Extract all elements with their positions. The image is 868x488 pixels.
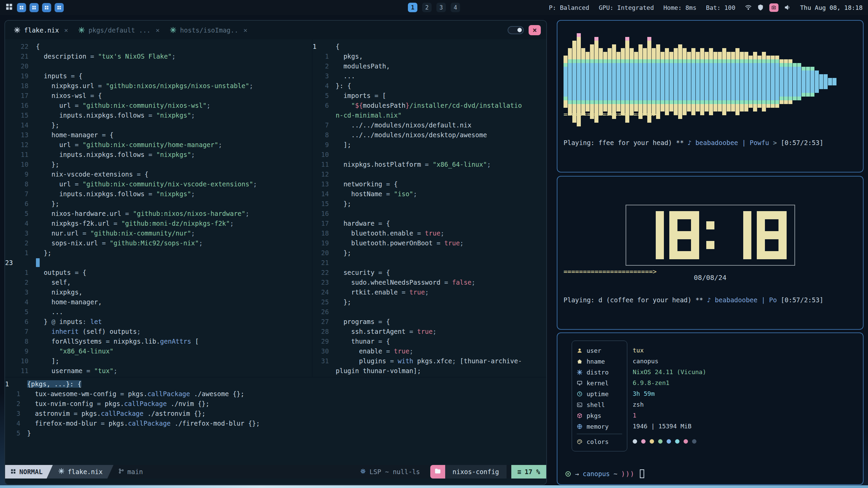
code-line[interactable]: 19 bluetooth.powerOnBoot = true; [313, 238, 547, 248]
launcher-icon-app-3[interactable] [42, 3, 51, 12]
shell-prompt[interactable]: → canopus ~ ))) [565, 469, 644, 478]
code-line[interactable]: 3 nur.url = "github:nix-community/nur"; [5, 228, 312, 238]
code-line[interactable]: 5 imports = [ [313, 90, 547, 100]
code-line[interactable]: 5} [5, 428, 546, 438]
code-line[interactable]: 1 outputs = { [5, 267, 312, 277]
tab-close-icon[interactable]: × [156, 26, 160, 34]
code-line[interactable]: 6 "${modulesPath}/installer/cd-dvd/insta… [313, 100, 547, 110]
code-line[interactable]: 6 }; [5, 199, 312, 208]
code-line[interactable]: n-cd-minimal.nix" [313, 110, 547, 120]
code-line[interactable]: 5 nixos-hardware.url = "github:nixos/nix… [5, 208, 312, 218]
code-line[interactable]: 1 }; [5, 248, 312, 258]
code-line[interactable]: 1 pkgs, [313, 51, 547, 61]
code-line[interactable]: 5 ... [5, 307, 312, 317]
code-line[interactable]: 15 inputs.nixpkgs.follows = "nixpkgs"; [5, 110, 312, 120]
code-line[interactable]: 3 astronvim = pkgs.callPackage ./astronv… [5, 408, 546, 418]
code-line[interactable]: 15 }; [313, 199, 547, 208]
code-line[interactable]: plugin thunar-volman]; [313, 366, 547, 375]
code-line[interactable]: 26 [313, 307, 547, 317]
code-line[interactable]: 10 [313, 149, 547, 159]
code-line[interactable]: 13 networking = { [313, 179, 547, 189]
code-line[interactable]: 20 }; [313, 248, 547, 258]
code-line[interactable]: 11 inputs.nixpkgs.follows = "nixpkgs"; [5, 149, 312, 159]
launcher-icon-app-2[interactable] [29, 3, 39, 12]
code-line[interactable]: 3 nixpkgs, [5, 287, 312, 297]
code-line[interactable]: 1{ [313, 41, 547, 51]
pane-iso-image[interactable]: 1{1 pkgs,2 modulesPath,3 ...4}: {5 impor… [313, 39, 547, 377]
code-line[interactable]: 2 sops-nix.url = "github:Mic92/sops-nix"… [5, 238, 312, 248]
workspace-tag-2[interactable]: 2 [422, 3, 432, 12]
code-line[interactable]: 22 security = { [313, 267, 547, 277]
code-line[interactable]: 29 thunar = { [313, 336, 547, 346]
code-line[interactable]: 4 home-manager, [5, 297, 312, 307]
code-line[interactable]: 1 tux-awesome-wm-config = pkgs.callPacka… [5, 389, 546, 399]
code-line[interactable]: 22{ [5, 41, 312, 51]
code-line[interactable]: 8 url = "github:nix-community/nix-vscode… [5, 179, 312, 189]
pane-flake-nix[interactable]: 22{21 description = "tux's NixOS Flake";… [5, 39, 312, 377]
workspace-tag-4[interactable]: 4 [451, 3, 460, 12]
code-line[interactable]: 30 enable = true; [313, 346, 547, 356]
code-line[interactable]: 28 ssh.startAgent = true; [313, 326, 547, 336]
screenshot-icon[interactable] [769, 3, 778, 12]
code-line[interactable]: 21 [313, 258, 547, 267]
code-line[interactable]: 25 }; [313, 297, 547, 307]
code-line[interactable]: 10 ]; [5, 356, 312, 366]
code-line[interactable]: 23 sudo.wheelNeedsPassword = false; [313, 277, 547, 287]
code-line[interactable]: 20 [5, 61, 312, 71]
apps-menu-icon[interactable] [5, 3, 13, 12]
tab-close-icon[interactable]: × [243, 26, 248, 34]
launcher-icon-app-1[interactable] [17, 3, 26, 12]
code-line[interactable]: 7 inherit (self) outputs; [5, 326, 312, 336]
code-line[interactable]: 2 tux-nvim-config = pkgs.callPackage ./n… [5, 399, 546, 408]
code-line[interactable]: 27 programs = { [313, 317, 547, 326]
code-line[interactable]: 12 [313, 169, 547, 179]
code-line[interactable]: 1{pkgs, ...}: { [5, 379, 546, 389]
code-line[interactable]: 2 self, [5, 277, 312, 287]
code-line[interactable]: 18 nixpkgs.url = "github:nixos/nixpkgs/n… [5, 81, 312, 90]
code-line[interactable]: 8 forAllSystems = nixpkgs.lib.genAttrs [ [5, 336, 312, 346]
volume-icon[interactable] [784, 4, 791, 11]
code-line[interactable]: 11 nixpkgs.hostPlatform = "x86_64-linux"… [313, 159, 547, 169]
pane-pkgs-default[interactable]: 1{pkgs, ...}: {1 tux-awesome-wm-config =… [5, 378, 546, 467]
code-line[interactable]: 24 rtkit.enable = true; [313, 287, 547, 297]
code-line[interactable]: 19 inputs = { [5, 71, 312, 81]
shield-icon[interactable] [757, 4, 764, 11]
code-line[interactable]: 23 [5, 258, 312, 267]
vertical-split-divider[interactable] [312, 39, 313, 377]
code-line[interactable]: 16 url = "github:nix-community/nixos-wsl… [5, 100, 312, 110]
code-line[interactable]: 14 }; [5, 120, 312, 130]
tab-hosts-isoImag-[interactable]: hosts/isoImag..× [170, 26, 248, 34]
code-line[interactable]: 9 nix-vscode-extensions = { [5, 169, 312, 179]
code-line[interactable]: 17 nixos-wsl = { [5, 90, 312, 100]
code-line[interactable]: 13 home-manager = { [5, 130, 312, 140]
code-line[interactable]: 17 hardware = { [313, 218, 547, 228]
code-line[interactable]: 4 firefox-mod-blur = pkgs.callPackage ./… [5, 418, 546, 428]
code-line[interactable]: 7 ../../modules/nixos/default.nix [313, 120, 547, 130]
workspace-tag-1[interactable]: 1 [408, 3, 417, 12]
code-line[interactable]: 3 ... [313, 71, 547, 81]
code-line[interactable]: 7 inputs.nixpkgs.follows = "nixpkgs"; [5, 189, 312, 199]
code-line[interactable]: 12 url = "github:nix-community/home-mana… [5, 140, 312, 149]
code-line[interactable]: 8 ../../modules/nixos/desktop/awesome [313, 130, 547, 140]
code-line[interactable]: 9 "x86_64-linux" [5, 346, 312, 356]
command-line[interactable] [5, 479, 546, 484]
code-line[interactable]: 31 plugins = with pkgs.xfce; [thunar-arc… [313, 356, 547, 366]
code-line[interactable]: 6 } @ inputs: let [5, 317, 312, 326]
toggle-pill-icon[interactable] [508, 26, 524, 34]
code-line[interactable]: 2 modulesPath, [313, 61, 547, 71]
tab-flake-nix[interactable]: flake.nix× [14, 26, 68, 34]
code-line[interactable]: 9 ]; [313, 140, 547, 149]
launcher-icon-app-4[interactable] [55, 3, 64, 12]
code-line[interactable]: 21 description = "tux's NixOS Flake"; [5, 51, 312, 61]
code-line[interactable]: 4}: { [313, 81, 547, 90]
code-line[interactable]: 11 username = "tux"; [5, 366, 312, 375]
code-line[interactable]: 16 [313, 208, 547, 218]
code-line[interactable]: 18 bluetooth.enable = true; [313, 228, 547, 238]
wifi-icon[interactable] [745, 4, 752, 11]
code-line[interactable]: 10 }; [5, 159, 312, 169]
workspace-tag-3[interactable]: 3 [436, 3, 446, 12]
tab-pkgs-default-[interactable]: pkgs/default ...× [78, 26, 160, 34]
code-line[interactable]: 4 nixpkgs-f2k.url = "github:moni-dz/nixp… [5, 218, 312, 228]
tab-close-icon[interactable]: × [64, 26, 68, 34]
code-line[interactable]: 14 hostName = "iso"; [313, 189, 547, 199]
